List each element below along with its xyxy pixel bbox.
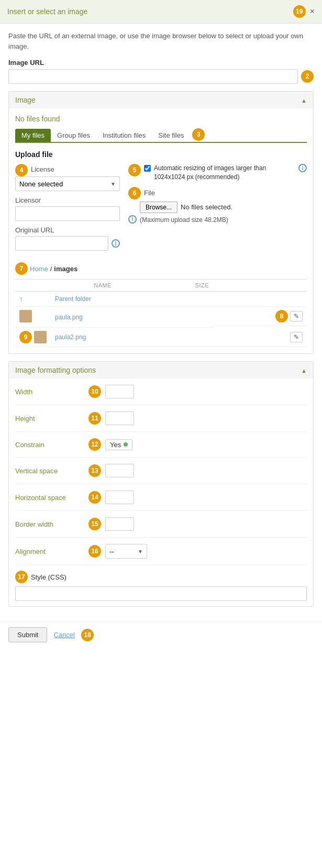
badge-9: 9 — [19, 331, 32, 343]
dialog-header: Insert or select an image 19 × — [0, 0, 322, 24]
badge-11: 11 — [88, 412, 101, 425]
no-file-text: No files selected. — [181, 203, 232, 211]
cancel-button[interactable]: Cancel — [53, 631, 74, 639]
height-input[interactable] — [105, 411, 134, 425]
file-thumbnail-2 — [34, 331, 47, 343]
resize-label: Automatic resizing of images larger than… — [154, 164, 295, 182]
badge-8: 8 — [275, 310, 288, 322]
format-row-border: Border width 15 — [15, 511, 307, 538]
dialog-body: Paste the URL of an external image, or u… — [0, 24, 322, 621]
file-link-2[interactable]: paula2.png — [55, 333, 86, 341]
border-label: Border width — [15, 520, 88, 528]
license-label: License — [31, 165, 54, 173]
intro-text: Paste the URL of an external image, or u… — [8, 31, 314, 51]
browse-button[interactable]: Browse... — [140, 202, 177, 213]
formatting-section-header[interactable]: Image formatting options — [9, 362, 313, 379]
edit-button-2[interactable]: ✎ — [290, 332, 303, 342]
hspace-control: 14 — [88, 491, 307, 504]
breadcrumb-home-link[interactable]: Home — [30, 265, 48, 273]
alignment-select[interactable]: -- Left Center Right — [105, 544, 147, 559]
table-row-parent: ↑ Parent folder — [15, 292, 307, 307]
badge-14: 14 — [88, 491, 101, 504]
file-row: i Browse... No files selected. — [128, 202, 307, 213]
tab-group-files[interactable]: Group files — [51, 129, 96, 142]
height-label: Height — [15, 415, 88, 422]
vspace-label: Vertical space — [15, 467, 88, 475]
info-icon-maxsize: i — [128, 215, 137, 224]
dialog-footer: Submit Cancel 18 — [0, 621, 322, 648]
tab-my-files[interactable]: My files — [15, 129, 51, 142]
parent-folder-icon[interactable]: ↑ — [19, 295, 23, 303]
submit-button[interactable]: Submit — [8, 627, 47, 642]
table-row: 9 paula2.png ✎ — [15, 328, 307, 347]
constrain-yes-badge[interactable]: Yes — [105, 439, 132, 450]
file-upload-area: 6 File i Browse... No files selected. i … — [128, 187, 307, 224]
vspace-input[interactable] — [105, 464, 134, 477]
parent-folder-icon-cell: ↑ — [15, 292, 51, 307]
hspace-label: Horizontal space — [15, 494, 88, 502]
width-input[interactable] — [105, 385, 134, 398]
col-actions — [213, 280, 307, 292]
parent-folder-name: Parent folder — [51, 292, 307, 307]
tab-site-files[interactable]: Site files — [152, 129, 190, 142]
upload-title: Upload file — [15, 150, 307, 159]
alignment-label: Alignment — [15, 548, 88, 555]
style-label-row: 17 Style (CSS) — [15, 571, 66, 583]
constrain-green-dot — [124, 442, 128, 447]
image-url-input[interactable] — [8, 69, 298, 84]
file-thumbnail-1 — [19, 310, 32, 322]
format-row-alignment: Alignment 16 -- Left Center Right — [15, 538, 307, 565]
info-icon-resize: i — [298, 164, 307, 172]
image-url-label: Image URL — [8, 59, 314, 66]
format-row-vspace: Vertical space 13 — [15, 458, 307, 484]
constrain-label: Constrain — [15, 441, 88, 449]
alignment-select-wrapper: -- Left Center Right — [105, 544, 147, 559]
resize-checkbox[interactable] — [144, 165, 151, 172]
badge-13: 13 — [88, 464, 101, 477]
group-files-tab-wrapper: Group files — [51, 129, 96, 142]
file-size-cell-1 — [154, 307, 213, 328]
file-name-cell-1: paula.png — [51, 307, 154, 328]
close-button[interactable]: × — [310, 7, 315, 16]
original-url-input[interactable] — [15, 236, 108, 251]
col-name: NAME — [51, 280, 154, 292]
breadcrumb: 7 Home / images — [15, 262, 307, 275]
license-select[interactable]: None selected — [15, 176, 120, 191]
alignment-control: 16 -- Left Center Right — [88, 544, 307, 559]
licensor-field: Licensor — [15, 196, 120, 221]
format-row-hspace: Horizontal space 14 — [15, 484, 307, 511]
file-action-cell-2: ✎ — [213, 328, 307, 347]
licensor-input[interactable] — [15, 206, 120, 221]
badge-6: 6 — [128, 187, 141, 199]
badge-3: 3 — [192, 128, 205, 141]
width-control: 10 — [88, 385, 307, 398]
constrain-control: 12 Yes — [88, 438, 307, 451]
format-row-height: Height 11 — [15, 405, 307, 432]
license-field: 4 License None selected — [15, 164, 120, 191]
style-label: Style (CSS) — [31, 573, 66, 581]
col-icon — [15, 280, 51, 292]
image-section: Image No files found My files Group file… — [8, 91, 314, 354]
badge-17: 17 — [15, 571, 28, 583]
edit-button-1[interactable]: ✎ — [290, 311, 303, 321]
tab-institution-files[interactable]: Institution files — [96, 129, 152, 142]
formatting-section: Image formatting options Width 10 Height… — [8, 361, 314, 607]
formatting-chevron-icon — [301, 366, 307, 374]
file-link-1[interactable]: paula.png — [55, 314, 83, 321]
licensor-label: Licensor — [15, 196, 120, 204]
parent-folder-link[interactable]: Parent folder — [55, 295, 91, 303]
formatting-body: Width 10 Height 11 Constrain 12 — [9, 379, 313, 606]
border-input[interactable] — [105, 517, 134, 531]
file-thumb-cell-1 — [15, 307, 51, 328]
image-section-header[interactable]: Image — [9, 92, 313, 108]
info-icon-original-url: i — [112, 239, 120, 248]
border-control: 15 — [88, 517, 307, 531]
file-thumb-cell-2: 9 — [15, 328, 51, 347]
no-files-text: No files found — [15, 115, 307, 123]
hspace-input[interactable] — [105, 491, 134, 504]
image-section-body: No files found My files Group files Inst… — [9, 108, 313, 353]
max-upload-text: (Maximum upload size 48.2MB) — [140, 216, 228, 224]
style-input[interactable] — [15, 586, 307, 601]
original-url-field: Original URL i — [15, 226, 120, 251]
file-table: NAME SIZE ↑ Parent folder — [15, 279, 307, 347]
